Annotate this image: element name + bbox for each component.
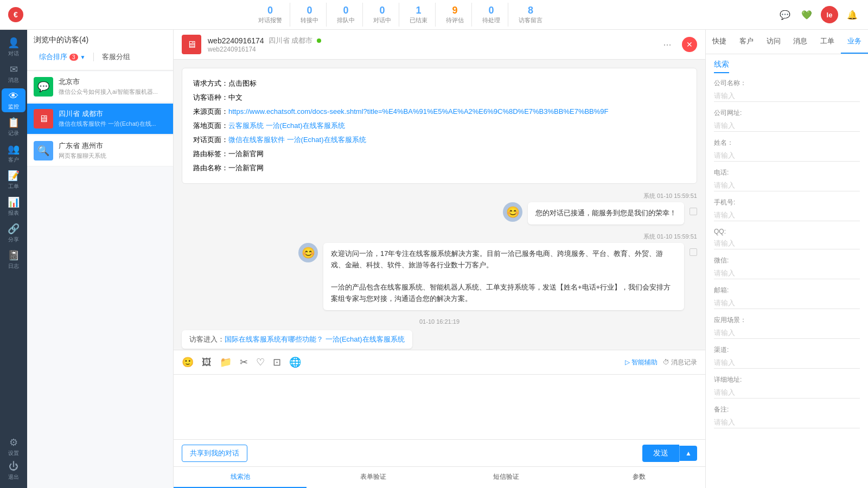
right-tab-工单[interactable]: 工单: [814, 30, 841, 54]
wechat-icon[interactable]: 💬: [777, 7, 793, 22]
visitor-item[interactable]: 💬 北京市 微信公众号如何接入ai智能客服机器...: [27, 72, 173, 102]
chat-bottom-tab-短信验证[interactable]: 短信验证: [439, 467, 572, 488]
field-row: 备注:: [714, 405, 860, 428]
sidebar-item-客户[interactable]: 👥客户: [2, 142, 25, 165]
field-input[interactable]: [714, 150, 860, 162]
heart-icon[interactable]: ♡: [256, 356, 265, 368]
sidebar-item-设置[interactable]: ⚙设置: [2, 435, 25, 459]
stat-value: 0: [488, 5, 494, 16]
sidebar-item-工单[interactable]: 📝工单: [2, 168, 25, 192]
field-input[interactable]: [714, 416, 860, 428]
send-dropdown-button[interactable]: ▲: [679, 446, 697, 461]
stat-value: 0: [307, 5, 312, 16]
visitor-panel: 浏览中的访客(4) 综合排序 3 ▼ 客服分组 💬 北京市 微信公众号如何接入a…: [27, 30, 174, 488]
chat-bottom-tab-表单验证[interactable]: 表单验证: [307, 467, 439, 488]
sidebar-icon: ✉: [10, 63, 18, 75]
sidebar-item-退出[interactable]: ⏻退出: [2, 459, 25, 483]
sidebar-item-报表[interactable]: 📊报表: [2, 195, 25, 219]
field-input[interactable]: [714, 120, 860, 132]
sidebar-item-消息[interactable]: ✉消息: [2, 62, 25, 86]
sidebar-icon: ⏻: [9, 461, 18, 472]
bot-avatar-1: 😊: [503, 202, 522, 222]
chat-bottom-tab-线索池[interactable]: 线索池: [174, 467, 307, 488]
tab-group[interactable]: 客服分组: [97, 49, 136, 65]
dialog-page-link[interactable]: 微信在线客服软件 一洽(Echat)在线客服系统: [228, 136, 366, 144]
stat-value: 9: [452, 5, 457, 16]
chat-bottom-tabs: 线索池表单验证短信验证参数: [174, 466, 705, 488]
field-row: 详细地址:: [714, 375, 860, 399]
top-stats: 0对话报警0转接中0排队中0对话中1已结束9待评估0待处理8访客留言: [251, 3, 550, 27]
close-chat-button[interactable]: ✕: [682, 37, 697, 52]
message-checkbox-2[interactable]: [690, 248, 697, 256]
field-row: 渠道:: [714, 345, 860, 369]
message-row-system-1: 您的对话已接通，能服务到您是我们的荣幸！ 😊: [182, 202, 697, 224]
stat-value: 0: [343, 5, 348, 16]
right-tab-客户[interactable]: 客户: [733, 30, 760, 54]
field-input[interactable]: [714, 387, 860, 399]
stat-value: 0: [379, 5, 385, 16]
visitor-item[interactable]: 🖥 四川省 成都市 微信在线客服软件 一洽(Echat)在线...: [27, 104, 173, 134]
ai-assist-icon: ▷: [625, 358, 630, 366]
ai-assist-button[interactable]: ▷ 智能辅助: [625, 358, 658, 367]
visitor-name: 四川省 成都市: [59, 109, 167, 119]
sidebar-item-分享[interactable]: 🔗分享: [2, 221, 25, 245]
landing-page-link[interactable]: 云客服系统 一洽(Echat)在线客服系统: [228, 121, 345, 130]
sidebar-label: 客户: [8, 156, 19, 164]
globe-icon[interactable]: 🌐: [289, 356, 301, 368]
field-input[interactable]: [714, 327, 860, 339]
notification-icon[interactable]: 🔔: [845, 7, 860, 22]
field-row: 电话:: [714, 168, 860, 191]
stat-label: 对话中: [373, 16, 391, 24]
field-label: 微信:: [714, 256, 860, 265]
message-checkbox-1[interactable]: [690, 208, 697, 215]
chat-input-area[interactable]: [174, 374, 705, 439]
send-button[interactable]: 发送: [642, 445, 679, 462]
field-input[interactable]: [714, 267, 860, 279]
field-row: QQ:: [714, 228, 860, 249]
folder-icon[interactable]: 📁: [220, 356, 232, 368]
visitor-info: 广东省 惠州市 网页客服聊天系统: [59, 141, 167, 160]
stat-item-排队中: 0排队中: [329, 3, 363, 27]
tab-comprehensive[interactable]: 综合排序 3 ▼: [34, 49, 91, 65]
visitor-item[interactable]: 🔍 广东省 惠州市 网页客服聊天系统: [27, 136, 173, 166]
field-input[interactable]: [714, 179, 860, 191]
emoji-icon[interactable]: 🙂: [182, 356, 194, 368]
visitor-avatar: 💬: [34, 77, 53, 97]
chat-bottom-tab-参数[interactable]: 参数: [572, 467, 705, 488]
field-input[interactable]: [714, 209, 860, 221]
more-options-button[interactable]: ···: [659, 36, 675, 53]
source-url-link[interactable]: https://www.echatsoft.com/docs-seek.shtm…: [228, 107, 609, 115]
right-tab-快捷[interactable]: 快捷: [706, 30, 733, 54]
share-button[interactable]: 共享到我的对话: [182, 445, 247, 462]
scissors-icon[interactable]: ✂: [240, 356, 248, 368]
chat-input[interactable]: [182, 380, 697, 434]
right-tab-消息[interactable]: 消息: [787, 30, 814, 54]
field-input[interactable]: [714, 297, 860, 309]
wechat-work-icon[interactable]: 💚: [799, 7, 814, 22]
visitor-link-1[interactable]: 国际在线客服系统有哪些功能？ 一洽(Echat)在线客服系统: [225, 335, 405, 343]
right-tab-业务[interactable]: 业务: [841, 30, 868, 54]
screenshot-icon[interactable]: ⊡: [273, 356, 281, 368]
image-icon[interactable]: 🖼: [202, 357, 212, 368]
sidebar-icon: 📝: [8, 170, 20, 182]
visitor-link-msg-1: 访客进入：国际在线客服系统有哪些功能？ 一洽(Echat)在线客服系统: [182, 330, 412, 349]
section-title: 线索: [714, 60, 729, 73]
sidebar-bottom: ⚙设置⏻退出: [2, 435, 25, 483]
msg-record-button[interactable]: ⏱ 消息记录: [663, 358, 697, 367]
field-row: 姓名：: [714, 138, 860, 162]
field-input[interactable]: [714, 90, 860, 102]
field-input[interactable]: [714, 237, 860, 249]
sidebar-item-日志[interactable]: 📓日志: [2, 248, 25, 272]
visitor-lang: 访客语种：中文: [193, 91, 686, 105]
field-input[interactable]: [714, 357, 860, 369]
sidebar-item-记录[interactable]: 📋记录: [2, 115, 25, 139]
sidebar-item-监控[interactable]: 👁监控: [2, 88, 25, 112]
chat-messages[interactable]: 请求方式：点击图标 访客语种：中文 来源页面：https://www.echat…: [174, 60, 705, 350]
sidebar-label: 消息: [8, 76, 19, 84]
user-avatar[interactable]: Ie: [821, 6, 838, 23]
sidebar-item-对话[interactable]: 👤对话: [2, 35, 25, 59]
field-row: 公司网址:: [714, 108, 860, 132]
visitor-sub: 网页客服聊天系统: [59, 152, 167, 160]
right-tab-访问[interactable]: 访问: [760, 30, 787, 54]
stat-label: 排队中: [337, 16, 355, 24]
